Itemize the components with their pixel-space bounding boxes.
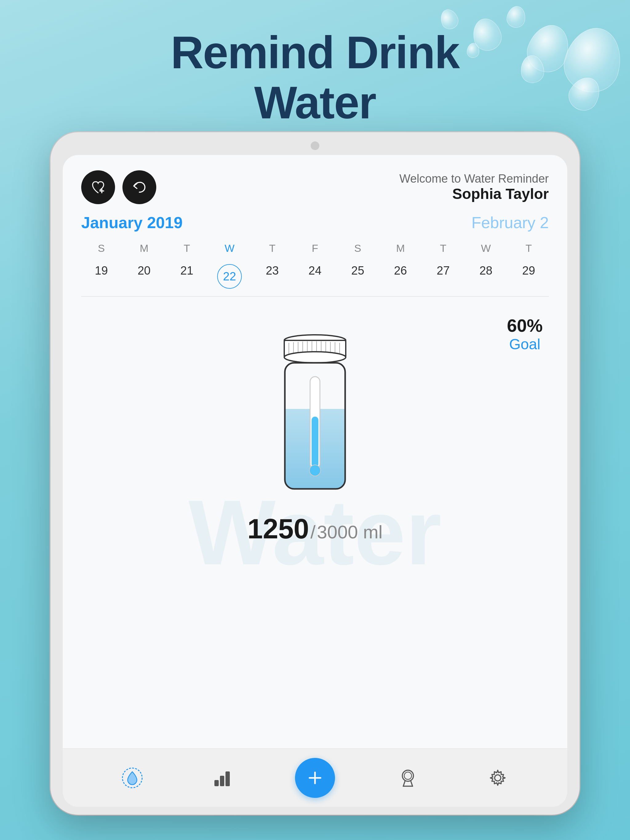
day-header-m2: M xyxy=(380,239,421,257)
nav-item-home[interactable] xyxy=(116,764,149,792)
cal-day-25[interactable]: 25 xyxy=(337,260,378,293)
day-header-t3: T xyxy=(423,239,463,257)
undo-button[interactable] xyxy=(122,171,156,204)
svg-rect-25 xyxy=(220,776,224,786)
add-health-button[interactable] xyxy=(81,171,115,204)
nav-add-button[interactable] xyxy=(295,758,335,798)
cal-day-20[interactable]: 20 xyxy=(124,260,164,293)
tablet-camera xyxy=(311,141,319,150)
app-title: Remind Drink Water xyxy=(0,28,630,128)
nav-item-achievements[interactable] xyxy=(391,764,425,792)
calendar-section: January 2019 February 2 S M T W T F S M … xyxy=(63,213,567,306)
tablet-frame: Welcome to Water Reminder Sophia Taylor … xyxy=(51,132,579,815)
water-drop-icon xyxy=(122,767,143,789)
amount-divider: / xyxy=(310,522,316,542)
user-info: Welcome to Water Reminder Sophia Taylor xyxy=(399,172,549,202)
day-header-f1: F xyxy=(295,239,335,257)
title-line1: Remind Drink xyxy=(171,27,459,78)
day-header-w2: W xyxy=(466,239,506,257)
cal-day-19[interactable]: 19 xyxy=(81,260,122,293)
chart-icon xyxy=(211,767,233,789)
welcome-message: Welcome to Water Reminder xyxy=(399,172,549,185)
day-header-w1: W xyxy=(209,239,250,257)
nav-item-stats[interactable] xyxy=(205,764,239,792)
calendar-months-header: January 2019 February 2 xyxy=(81,213,549,232)
svg-point-22 xyxy=(309,465,321,476)
water-amount: 1250 / 3000 ml xyxy=(247,513,382,545)
water-bottle-svg xyxy=(260,318,370,503)
goal-label: Goal xyxy=(507,336,543,353)
header-buttons xyxy=(81,171,156,204)
nav-item-settings[interactable] xyxy=(481,764,514,792)
cal-day-26[interactable]: 26 xyxy=(380,260,421,293)
cal-day-28[interactable]: 28 xyxy=(466,260,506,293)
settings-icon xyxy=(487,767,508,789)
calendar-grid: S M T W T F S M T W T 19 20 21 22 23 24 … xyxy=(81,239,549,293)
day-header-t1: T xyxy=(167,239,207,257)
month-label-february: February 2 xyxy=(472,213,549,232)
goal-info: 60% Goal xyxy=(507,315,543,353)
current-ml: 1250 xyxy=(247,513,309,544)
goal-percent: 60% xyxy=(507,315,543,336)
calendar-separator xyxy=(81,296,549,297)
day-header-t4: T xyxy=(508,239,549,257)
cal-day-22[interactable]: 22 xyxy=(209,260,250,293)
cal-day-27[interactable]: 27 xyxy=(423,260,463,293)
heart-plus-icon xyxy=(90,179,106,195)
day-header-m1: M xyxy=(124,239,164,257)
month-label-january: January 2019 xyxy=(81,213,183,232)
day-header-s2: S xyxy=(337,239,378,257)
bottle-container xyxy=(260,318,370,504)
svg-rect-21 xyxy=(312,417,318,467)
plus-icon xyxy=(306,769,324,787)
title-line2: Water xyxy=(254,77,376,128)
user-name: Sophia Taylor xyxy=(399,185,549,202)
day-header-s1: S xyxy=(81,239,122,257)
svg-point-30 xyxy=(404,772,412,779)
cal-day-24[interactable]: 24 xyxy=(295,260,335,293)
svg-point-34 xyxy=(495,775,501,781)
day-header-t2: T xyxy=(252,239,293,257)
undo-icon xyxy=(131,179,147,195)
cal-day-21[interactable]: 21 xyxy=(167,260,207,293)
cal-day-23[interactable]: 23 xyxy=(252,260,293,293)
award-icon xyxy=(397,767,419,789)
svg-rect-26 xyxy=(225,771,230,786)
screen-header: Welcome to Water Reminder Sophia Taylor xyxy=(63,155,567,213)
app-title-section: Remind Drink Water xyxy=(0,0,630,128)
svg-line-32 xyxy=(411,781,413,786)
cal-day-29[interactable]: 29 xyxy=(508,260,549,293)
bottom-nav xyxy=(63,748,567,807)
svg-rect-24 xyxy=(214,780,219,786)
tablet-screen: Welcome to Water Reminder Sophia Taylor … xyxy=(63,155,567,807)
svg-line-31 xyxy=(403,781,405,786)
total-ml: 3000 ml xyxy=(317,522,382,542)
svg-point-16 xyxy=(284,352,346,363)
water-section: Water 60% Goal xyxy=(63,306,567,749)
